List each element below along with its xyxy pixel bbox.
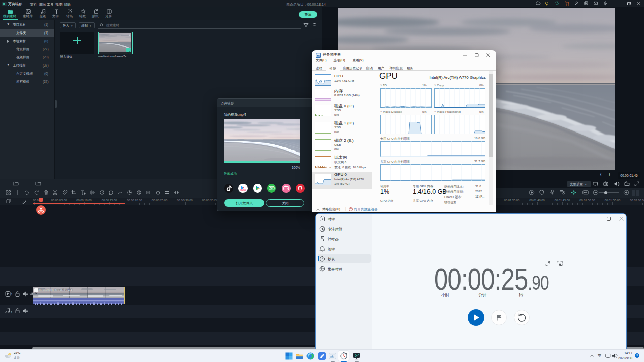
- svg-text:1: 1: [11, 311, 13, 314]
- svg-text:QIY: QIY: [270, 187, 274, 190]
- svg-text:YOUKU: YOUKU: [240, 189, 246, 191]
- svg-text:1: 1: [11, 293, 13, 296]
